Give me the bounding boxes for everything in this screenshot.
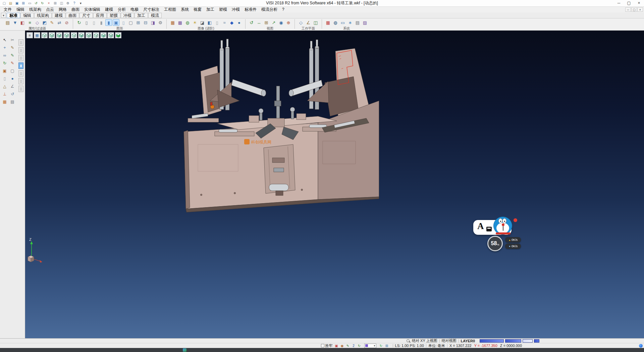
search-view-icon[interactable] <box>407 339 410 342</box>
color-filter-icon[interactable]: ◧ <box>19 19 26 26</box>
doraemon-icon[interactable] <box>493 217 512 235</box>
smoothing-icon[interactable]: ≈ <box>221 19 228 26</box>
clear-filter-icon[interactable]: ⊘ <box>63 19 70 26</box>
layer2-icon[interactable]: 2 <box>351 344 356 348</box>
tab-edit[interactable]: 编辑 <box>20 13 34 18</box>
globe-icon[interactable]: ◍ <box>332 19 339 26</box>
tab-surface[interactable]: 曲面 <box>66 13 79 18</box>
render-settings-icon[interactable]: ◨ <box>150 19 156 26</box>
front-view-icon[interactable] <box>49 32 55 38</box>
display-mode-1[interactable]: ▯ <box>18 39 23 46</box>
view-target-icon[interactable]: ⊕ <box>285 19 292 26</box>
menu-item-file[interactable]: 文件 <box>1 7 14 12</box>
render-sphere-icon[interactable]: ● <box>236 19 243 26</box>
menu-item-moldflow-analysis[interactable]: 模流分析 <box>259 7 280 12</box>
tab-application[interactable]: 应用 <box>93 13 107 18</box>
shaded-cube-icon[interactable] <box>115 32 121 38</box>
transparent-mode-icon[interactable]: ▯ <box>120 19 127 26</box>
shaded-edges-mode-icon[interactable]: ▣ <box>113 19 119 26</box>
view-orientation-label[interactable]: 绝对 XY 上视图 <box>412 338 437 343</box>
solids-icon[interactable]: ▣ <box>1 68 8 74</box>
print-icon[interactable]: ▭ <box>27 1 33 6</box>
delete-icon[interactable]: × <box>46 1 52 6</box>
clipboard-icon[interactable]: ▤ <box>9 98 16 105</box>
menu-item-dimension[interactable]: 尺寸标注 <box>141 7 162 12</box>
workplane-axes-icon[interactable]: ∠ <box>305 19 312 26</box>
network-status-icon[interactable] <box>639 344 643 348</box>
menu-item-modeling[interactable]: 建模 <box>103 7 115 12</box>
color-combo[interactable]: ▾ <box>364 344 376 348</box>
environment-icon[interactable]: ◍ <box>184 19 191 26</box>
menu-item-mold[interactable]: 塑模 <box>217 7 229 12</box>
menu-item-surface[interactable]: 曲面 <box>69 7 82 12</box>
menu-item-die[interactable]: 冲模 <box>229 7 242 12</box>
customize-dropdown-icon[interactable]: ▾ <box>78 1 84 6</box>
menu-item-analysis[interactable]: 分析 <box>115 7 128 12</box>
dynamic-rotate-icon[interactable]: ↺ <box>248 19 255 26</box>
palette-icon[interactable]: ▦ <box>1 98 8 105</box>
shadow-icon[interactable]: ◪ <box>199 19 206 26</box>
view-grid-icon[interactable]: ▦ <box>34 32 40 38</box>
menu-item-electrode[interactable]: 电极 <box>128 7 141 12</box>
filter-icon[interactable]: ▼ <box>12 19 18 26</box>
tab-modeling[interactable]: 建模 <box>52 13 65 18</box>
mdi-minimize-button[interactable]: ─ <box>625 7 631 12</box>
layer-filter-icon[interactable]: ≡ <box>26 19 33 26</box>
display-settings-icon[interactable]: ▭ <box>339 19 346 26</box>
copy-attributes-icon[interactable]: ⇄ <box>56 19 63 26</box>
back-view-icon[interactable] <box>56 32 62 38</box>
os-taskbar[interactable] <box>0 348 644 352</box>
menu-item-point-cloud[interactable]: 点云 <box>44 7 56 12</box>
edit-geometry-icon[interactable]: ✎ <box>9 52 16 59</box>
chain-select-icon[interactable]: ∞ <box>1 52 8 59</box>
grid-snap-icon[interactable]: ⊞ <box>384 344 389 348</box>
dynamic-pan-icon[interactable]: ↔ <box>256 19 262 26</box>
history-icon[interactable]: ↺ <box>9 91 16 97</box>
view-menu-icon[interactable]: ≡ <box>26 32 33 38</box>
measure-icon[interactable]: ∠ <box>9 83 16 90</box>
mdi-close-button[interactable]: × <box>637 7 643 12</box>
absolute-view-label[interactable]: 绝对视图 <box>442 338 457 343</box>
cone-icon[interactable]: △ <box>1 83 8 90</box>
modify-icon[interactable]: ✎ <box>9 60 16 67</box>
save-all-icon[interactable]: ⊞ <box>20 1 26 6</box>
iso-view-icon[interactable] <box>41 32 48 38</box>
lock-label[interactable]: 拴牢 <box>325 343 333 348</box>
tab-die[interactable]: 冲模 <box>121 13 134 18</box>
previous-view-icon[interactable]: ◉ <box>278 19 284 26</box>
menu-item-edit[interactable]: 编辑 <box>14 7 27 12</box>
active-layer-label[interactable]: LAYER0 <box>461 339 475 343</box>
mask-icon[interactable]: ◩ <box>41 19 48 26</box>
bottom-view-icon[interactable] <box>86 32 92 38</box>
open-file-icon[interactable]: ▤ <box>8 1 13 6</box>
tab-wireframe[interactable]: 线架构 <box>34 13 52 18</box>
undo-icon[interactable]: ↺ <box>33 1 39 6</box>
layer-color-bar-1[interactable] <box>480 339 504 343</box>
reflection-icon[interactable]: ◧ <box>206 19 213 26</box>
attributes-icon[interactable]: ▤ <box>4 19 11 26</box>
top-view-icon[interactable] <box>78 32 85 38</box>
display-mode-6[interactable]: ▯ <box>18 78 23 84</box>
iso-2-view-icon[interactable] <box>93 32 99 38</box>
hidden-line-mode-icon[interactable]: ▯ <box>91 19 97 26</box>
lighting-icon[interactable]: ☀ <box>192 19 198 26</box>
display-mode-4[interactable]: ▮ <box>18 62 23 69</box>
screenshot-icon[interactable]: ◫ <box>59 1 64 6</box>
display-options-icon[interactable]: ⚙ <box>157 19 164 26</box>
cad-model[interactable]: 科创模具网 <box>25 31 644 338</box>
right-view-icon[interactable] <box>71 32 77 38</box>
select-icon[interactable]: ↖ <box>1 37 8 43</box>
mdi-restore-button[interactable]: ▢ <box>631 7 637 12</box>
display-mode-7[interactable]: ▯ <box>18 86 23 92</box>
minimize-button[interactable]: ─ <box>614 0 624 6</box>
trim-icon[interactable]: ✂ <box>9 37 16 43</box>
zoom-window-icon[interactable]: ⊞ <box>263 19 270 26</box>
sphere-icon[interactable]: ● <box>9 75 16 82</box>
desktop-pet-widget[interactable]: A 58 % ▲ 0K/s <box>473 217 525 254</box>
layer-color-bar-3[interactable] <box>523 339 533 343</box>
sketch-icon[interactable]: ✎ <box>9 44 16 51</box>
workplane-create-icon[interactable]: ◇ <box>298 19 304 26</box>
display-mode-5[interactable]: ▯ <box>18 70 23 77</box>
sheet-icon[interactable]: ▢ <box>9 68 16 74</box>
layer-color-bar-4[interactable] <box>534 339 539 343</box>
